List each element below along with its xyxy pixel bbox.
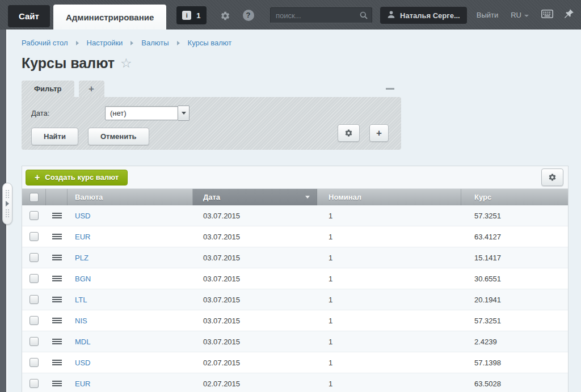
breadcrumb: Рабочий стол Настройки Валюты Курсы валю… (22, 39, 569, 47)
rate-date: 03.07.2015 (193, 331, 317, 352)
rate-nominal: 1 (317, 331, 461, 352)
row-checkbox[interactable] (30, 358, 39, 367)
table-header: Валюта Дата Номинал Курс (22, 189, 568, 205)
table-row: PLZ 03.07.2015 1 15.1417 (22, 247, 568, 268)
date-filter-dropdown-button[interactable] (178, 106, 190, 121)
table-body: USD 03.07.2015 1 57.3251 EUR 03.07.2015 … (22, 205, 568, 392)
language-selector[interactable]: RU (511, 11, 529, 19)
user-menu-button[interactable]: Наталья Серге... (380, 7, 467, 24)
row-checkbox[interactable] (30, 232, 39, 241)
column-header-currency[interactable]: Валюта (68, 189, 193, 205)
hamburger-icon[interactable] (52, 276, 62, 281)
breadcrumb-desktop[interactable]: Рабочий стол (22, 39, 68, 47)
tab-administration[interactable]: Администрирование (53, 5, 166, 29)
hamburger-icon[interactable] (52, 255, 62, 260)
gear-icon (548, 173, 557, 182)
grip-dots-icon (5, 189, 10, 199)
rate-value: 20.1941 (461, 289, 568, 310)
currency-rates-grid: + Создать курс валют Валюта Дата Номинал… (22, 166, 569, 392)
row-checkbox[interactable] (30, 379, 39, 388)
rate-nominal: 1 (317, 268, 461, 289)
sort-desc-caret-icon (305, 196, 310, 199)
add-filter-field-button[interactable]: + (369, 124, 389, 142)
rate-nominal: 1 (317, 226, 461, 247)
table-row: EUR 02.07.2015 1 63.5028 (22, 373, 568, 392)
search-input[interactable] (270, 7, 372, 23)
table-row: USD 03.07.2015 1 57.3251 (22, 205, 568, 226)
rate-value: 63.5028 (461, 373, 568, 392)
hamburger-icon[interactable] (52, 234, 62, 239)
hamburger-icon[interactable] (52, 381, 62, 386)
language-label: RU (511, 11, 521, 19)
question-circle-icon[interactable]: ? (243, 10, 254, 21)
find-button[interactable]: Найти (31, 128, 78, 145)
tab-site[interactable]: Сайт (8, 5, 50, 27)
select-all-checkbox[interactable] (30, 193, 39, 202)
hamburger-icon[interactable] (52, 339, 62, 344)
row-checkbox[interactable] (30, 295, 39, 304)
row-checkbox[interactable] (30, 274, 39, 283)
gear-icon (344, 129, 353, 137)
rate-value: 63.4127 (461, 226, 568, 247)
row-menu-column-header (46, 189, 68, 205)
currency-link[interactable]: LTL (75, 296, 87, 304)
column-header-rate[interactable]: Курс (461, 189, 568, 205)
currency-link[interactable]: MDL (75, 338, 90, 346)
main-content: Рабочий стол Настройки Валюты Курсы валю… (0, 29, 581, 392)
chevron-down-icon (182, 112, 186, 115)
tab-filter[interactable]: Фильтр (22, 81, 74, 97)
rate-value: 2.4239 (461, 331, 568, 352)
column-header-date-label: Дата (203, 193, 220, 201)
logout-link[interactable]: Выйти (477, 11, 499, 19)
create-rate-button[interactable]: + Создать курс валют (26, 170, 128, 186)
date-filter-select[interactable]: (нет) (105, 106, 178, 120)
hamburger-icon[interactable] (52, 213, 62, 218)
row-checkbox[interactable] (30, 253, 39, 262)
filter-block: Фильтр + Дата: (нет) Найти Отменить (22, 81, 401, 150)
hamburger-icon[interactable] (52, 360, 62, 365)
star-icon[interactable]: ☆ (120, 57, 132, 70)
add-filter-tab-button[interactable]: + (79, 81, 104, 97)
keyboard-icon[interactable] (541, 10, 553, 20)
hamburger-icon[interactable] (52, 297, 62, 302)
magnifier-icon[interactable] (359, 11, 368, 22)
currency-link[interactable]: PLZ (75, 254, 89, 262)
rate-value: 57.3251 (461, 310, 568, 331)
currency-link[interactable]: USD (75, 212, 90, 220)
currency-link[interactable]: USD (75, 359, 90, 367)
collapse-filter-button[interactable] (386, 88, 394, 90)
rate-date: 03.07.2015 (193, 310, 317, 331)
currency-link[interactable]: NIS (75, 317, 87, 325)
column-header-date[interactable]: Дата (193, 189, 317, 205)
pushpin-icon[interactable] (563, 9, 574, 22)
plus-icon: + (35, 172, 40, 183)
rate-date: 03.07.2015 (193, 268, 317, 289)
currency-link[interactable]: EUR (75, 380, 90, 388)
rate-value: 57.3251 (461, 205, 568, 226)
hamburger-icon[interactable] (52, 318, 62, 323)
column-header-nominal[interactable]: Номинал (317, 189, 461, 205)
row-checkbox[interactable] (30, 211, 39, 220)
grid-settings-button[interactable] (541, 168, 563, 186)
create-rate-label: Создать курс валют (45, 173, 119, 182)
row-checkbox[interactable] (30, 337, 39, 346)
filter-panel: Дата: (нет) Найти Отменить + (22, 97, 401, 150)
breadcrumb-currency-rates[interactable]: Курсы валют (188, 39, 232, 47)
breadcrumb-arrow-icon (177, 41, 180, 45)
rate-date: 02.07.2015 (193, 373, 317, 392)
notifications-button[interactable]: i 1 (176, 6, 206, 24)
breadcrumb-settings[interactable]: Настройки (87, 39, 123, 47)
chevron-right-icon (6, 201, 9, 206)
topbar-search (270, 7, 372, 23)
currency-link[interactable]: EUR (75, 233, 90, 241)
currency-link[interactable]: BGN (75, 275, 91, 283)
cancel-button[interactable]: Отменить (88, 128, 149, 145)
table-row: BGN 03.07.2015 1 30.6551 (22, 268, 568, 289)
row-checkbox[interactable] (30, 316, 39, 325)
table-row: MDL 03.07.2015 1 2.4239 (22, 331, 568, 352)
gear-icon[interactable] (220, 11, 230, 23)
left-menu-toggle[interactable] (2, 183, 12, 225)
filter-settings-button[interactable] (338, 124, 360, 142)
rate-date: 02.07.2015 (193, 352, 317, 373)
breadcrumb-currencies[interactable]: Валюты (141, 39, 169, 47)
